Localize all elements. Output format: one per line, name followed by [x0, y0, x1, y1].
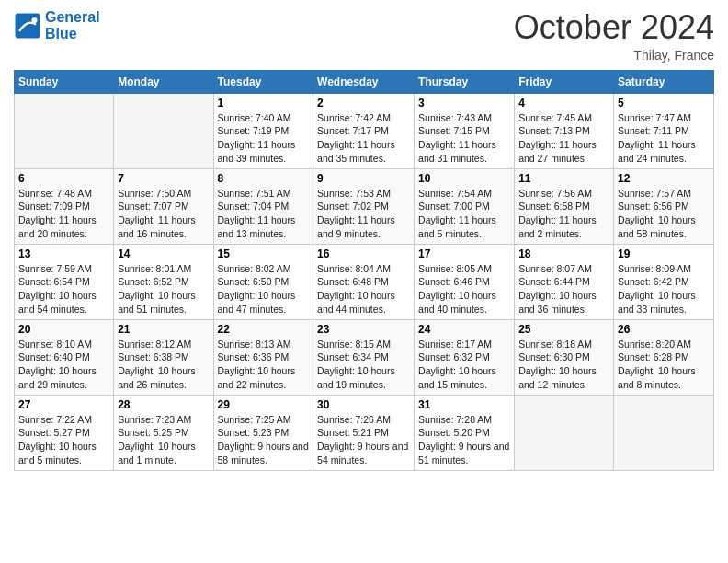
day-info: Sunrise: 7:59 AMSunset: 6:54 PMDaylight:…: [18, 262, 109, 316]
day-info: Sunrise: 7:26 AMSunset: 5:21 PMDaylight:…: [317, 413, 410, 467]
day-info: Sunrise: 7:22 AMSunset: 5:27 PMDaylight:…: [18, 413, 109, 467]
day-number: 30: [317, 398, 410, 411]
header-friday: Friday: [515, 70, 614, 93]
calendar-cell: 2Sunrise: 7:42 AMSunset: 7:17 PMDaylight…: [313, 93, 415, 168]
calendar-cell: 6Sunrise: 7:48 AMSunset: 7:09 PMDaylight…: [15, 168, 114, 244]
day-info: Sunrise: 7:48 AMSunset: 7:09 PMDaylight:…: [18, 187, 109, 241]
page-header: General Blue October 2024 Thilay, France: [14, 9, 714, 63]
calendar-cell: 26Sunrise: 8:20 AMSunset: 6:28 PMDayligh…: [614, 319, 714, 395]
calendar-cell: 13Sunrise: 7:59 AMSunset: 6:54 PMDayligh…: [15, 244, 114, 319]
calendar-cell: 12Sunrise: 7:57 AMSunset: 6:56 PMDayligh…: [614, 168, 714, 244]
day-number: 3: [418, 97, 510, 109]
day-info: Sunrise: 7:28 AMSunset: 5:20 PMDaylight:…: [418, 413, 510, 467]
day-info: Sunrise: 8:20 AMSunset: 6:28 PMDaylight:…: [618, 338, 710, 392]
calendar-cell: 20Sunrise: 8:10 AMSunset: 6:40 PMDayligh…: [15, 319, 114, 395]
day-number: 2: [317, 97, 410, 109]
day-number: 26: [618, 323, 710, 336]
calendar-cell: 25Sunrise: 8:18 AMSunset: 6:30 PMDayligh…: [515, 319, 614, 395]
svg-rect-0: [16, 14, 40, 39]
day-number: 20: [18, 323, 109, 336]
day-info: Sunrise: 7:50 AMSunset: 7:07 PMDaylight:…: [118, 187, 209, 241]
calendar-cell: 27Sunrise: 7:22 AMSunset: 5:27 PMDayligh…: [15, 395, 114, 470]
day-number: 14: [118, 247, 209, 260]
calendar-cell: [114, 93, 213, 168]
day-number: 12: [618, 172, 710, 185]
day-info: Sunrise: 7:45 AMSunset: 7:13 PMDaylight:…: [518, 111, 609, 166]
calendar-cell: 21Sunrise: 8:12 AMSunset: 6:38 PMDayligh…: [114, 319, 213, 395]
calendar-week-1: 1Sunrise: 7:40 AMSunset: 7:19 PMDaylight…: [15, 93, 714, 168]
day-info: Sunrise: 8:10 AMSunset: 6:40 PMDaylight:…: [18, 338, 109, 392]
calendar-cell: 14Sunrise: 8:01 AMSunset: 6:52 PMDayligh…: [114, 244, 213, 319]
calendar-cell: 31Sunrise: 7:28 AMSunset: 5:20 PMDayligh…: [415, 395, 515, 470]
day-number: 5: [618, 97, 710, 109]
header-monday: Monday: [114, 70, 213, 93]
day-info: Sunrise: 8:18 AMSunset: 6:30 PMDaylight:…: [518, 338, 609, 392]
day-info: Sunrise: 8:13 AMSunset: 6:36 PMDaylight:…: [218, 338, 310, 392]
day-number: 21: [118, 323, 209, 336]
location: Thilay, France: [514, 48, 714, 63]
day-info: Sunrise: 7:47 AMSunset: 7:11 PMDaylight:…: [618, 111, 710, 166]
day-number: 31: [418, 398, 510, 411]
day-number: 8: [218, 172, 310, 185]
day-info: Sunrise: 7:53 AMSunset: 7:02 PMDaylight:…: [317, 187, 410, 241]
calendar-cell: 7Sunrise: 7:50 AMSunset: 7:07 PMDaylight…: [114, 168, 213, 244]
calendar-week-2: 6Sunrise: 7:48 AMSunset: 7:09 PMDaylight…: [15, 168, 714, 244]
day-info: Sunrise: 7:56 AMSunset: 6:58 PMDaylight:…: [518, 187, 609, 241]
calendar-cell: 3Sunrise: 7:43 AMSunset: 7:15 PMDaylight…: [415, 93, 515, 168]
day-number: 11: [518, 172, 609, 185]
day-number: 22: [218, 323, 310, 336]
day-info: Sunrise: 8:12 AMSunset: 6:38 PMDaylight:…: [118, 338, 209, 392]
calendar-cell: 19Sunrise: 8:09 AMSunset: 6:42 PMDayligh…: [614, 244, 714, 319]
calendar-week-4: 20Sunrise: 8:10 AMSunset: 6:40 PMDayligh…: [15, 319, 714, 395]
day-info: Sunrise: 7:54 AMSunset: 7:00 PMDaylight:…: [418, 187, 510, 241]
day-info: Sunrise: 7:57 AMSunset: 6:56 PMDaylight:…: [618, 187, 710, 241]
calendar-cell: 22Sunrise: 8:13 AMSunset: 6:36 PMDayligh…: [213, 319, 313, 395]
day-number: 1: [218, 97, 310, 109]
day-info: Sunrise: 8:05 AMSunset: 6:46 PMDaylight:…: [418, 262, 510, 316]
calendar-cell: 16Sunrise: 8:04 AMSunset: 6:48 PMDayligh…: [313, 244, 415, 319]
day-number: 9: [317, 172, 410, 185]
calendar-cell: 8Sunrise: 7:51 AMSunset: 7:04 PMDaylight…: [213, 168, 313, 244]
calendar-cell: 24Sunrise: 8:17 AMSunset: 6:32 PMDayligh…: [415, 319, 515, 395]
header-saturday: Saturday: [614, 70, 714, 93]
day-number: 6: [18, 172, 109, 185]
day-number: 27: [18, 398, 109, 411]
month-title: October 2024: [514, 9, 714, 46]
day-number: 15: [218, 247, 310, 260]
calendar-cell: 28Sunrise: 7:23 AMSunset: 5:25 PMDayligh…: [114, 395, 213, 470]
header-thursday: Thursday: [415, 70, 515, 93]
day-number: 18: [518, 247, 609, 260]
day-number: 16: [317, 247, 410, 260]
calendar-cell: 5Sunrise: 7:47 AMSunset: 7:11 PMDaylight…: [614, 93, 714, 168]
day-number: 23: [317, 323, 410, 336]
calendar-cell: 17Sunrise: 8:05 AMSunset: 6:46 PMDayligh…: [415, 244, 515, 319]
logo-text: General Blue: [45, 9, 100, 42]
svg-point-1: [32, 17, 38, 23]
day-number: 19: [618, 247, 710, 260]
day-info: Sunrise: 8:07 AMSunset: 6:44 PMDaylight:…: [518, 262, 609, 316]
day-info: Sunrise: 8:17 AMSunset: 6:32 PMDaylight:…: [418, 338, 510, 392]
day-number: 24: [418, 323, 510, 336]
calendar-cell: [614, 395, 714, 470]
day-number: 4: [518, 97, 609, 109]
calendar-cell: 9Sunrise: 7:53 AMSunset: 7:02 PMDaylight…: [313, 168, 415, 244]
day-info: Sunrise: 7:51 AMSunset: 7:04 PMDaylight:…: [218, 187, 310, 241]
day-info: Sunrise: 8:02 AMSunset: 6:50 PMDaylight:…: [218, 262, 310, 316]
day-info: Sunrise: 8:04 AMSunset: 6:48 PMDaylight:…: [317, 262, 410, 316]
header-wednesday: Wednesday: [313, 70, 415, 93]
day-info: Sunrise: 7:25 AMSunset: 5:23 PMDaylight:…: [218, 413, 310, 467]
header-sunday: Sunday: [15, 70, 114, 93]
day-info: Sunrise: 7:42 AMSunset: 7:17 PMDaylight:…: [317, 111, 410, 166]
day-info: Sunrise: 8:09 AMSunset: 6:42 PMDaylight:…: [618, 262, 710, 316]
calendar-cell: 1Sunrise: 7:40 AMSunset: 7:19 PMDaylight…: [213, 93, 313, 168]
day-number: 28: [118, 398, 209, 411]
day-number: 10: [418, 172, 510, 185]
calendar-week-3: 13Sunrise: 7:59 AMSunset: 6:54 PMDayligh…: [15, 244, 714, 319]
calendar-cell: 29Sunrise: 7:25 AMSunset: 5:23 PMDayligh…: [213, 395, 313, 470]
calendar-cell: 18Sunrise: 8:07 AMSunset: 6:44 PMDayligh…: [515, 244, 614, 319]
day-number: 25: [518, 323, 609, 336]
calendar-table: SundayMondayTuesdayWednesdayThursdayFrid…: [14, 70, 714, 471]
day-info: Sunrise: 8:01 AMSunset: 6:52 PMDaylight:…: [118, 262, 209, 316]
calendar-cell: 23Sunrise: 8:15 AMSunset: 6:34 PMDayligh…: [313, 319, 415, 395]
calendar-cell: 15Sunrise: 8:02 AMSunset: 6:50 PMDayligh…: [213, 244, 313, 319]
